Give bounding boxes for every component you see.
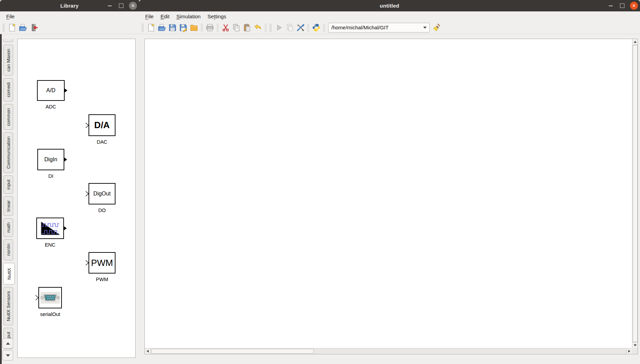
- minimize-button[interactable]: [607, 2, 614, 9]
- library-menubar: File: [0, 11, 139, 21]
- new-file-button[interactable]: [146, 22, 156, 33]
- tab-can-maxon[interactable]: can Maxon: [3, 45, 13, 76]
- encoder-waveform-icon: [39, 220, 61, 236]
- editor-content: [139, 34, 640, 364]
- tab-math[interactable]: math: [3, 218, 13, 237]
- vertical-scroll-thumb[interactable]: [633, 45, 638, 342]
- paste-button[interactable]: [242, 22, 252, 33]
- tab-nonlin[interactable]: nonlin: [3, 239, 13, 260]
- horizontal-scroll-thumb[interactable]: [151, 349, 314, 354]
- maximize-button[interactable]: [118, 2, 124, 9]
- tab-nuttx-sensors[interactable]: NuttX Sensors: [3, 287, 13, 325]
- block-digin[interactable]: DigIn DI: [37, 149, 64, 170]
- undo-arrow-icon: [253, 23, 262, 32]
- menu-item-edit[interactable]: Edit: [157, 12, 173, 20]
- tab-linear[interactable]: linear: [3, 196, 13, 216]
- tab-scroll-down-button[interactable]: [2, 350, 13, 361]
- save-button[interactable]: [167, 22, 178, 33]
- input-port-icon: [85, 260, 89, 266]
- open-folder-blue-icon: [18, 23, 27, 32]
- tab-nuttx[interactable]: NuttX: [3, 263, 15, 285]
- library-window-title: Library: [61, 3, 79, 9]
- open-folder-blue-icon: [157, 23, 166, 32]
- generate-code-button[interactable]: [284, 22, 295, 33]
- floppy-save-icon: [168, 23, 177, 32]
- toolbar-separator: [307, 23, 309, 32]
- menu-item-settings[interactable]: Settings: [204, 12, 230, 20]
- block-rect: PWM: [89, 252, 115, 274]
- copy-button[interactable]: [231, 22, 242, 33]
- block-rect: D/A: [89, 114, 115, 136]
- open-library-button[interactable]: [17, 22, 28, 33]
- print-button[interactable]: [204, 22, 215, 33]
- vertical-scrollbar[interactable]: [632, 39, 638, 348]
- save-as-button[interactable]: [178, 22, 188, 33]
- block-pwm[interactable]: PWM PWM: [89, 252, 115, 274]
- tab-input[interactable]: input: [3, 175, 13, 194]
- new-file-button[interactable]: [7, 22, 17, 33]
- menu-item-file[interactable]: File: [142, 12, 157, 20]
- block-serialout[interactable]: serialOut: [38, 287, 62, 308]
- tab-comedi[interactable]: comedi: [3, 78, 13, 102]
- python-shell-button[interactable]: [311, 22, 322, 33]
- tab-scroll-up-button[interactable]: [2, 338, 13, 348]
- clean-button[interactable]: [431, 22, 442, 33]
- minimize-button[interactable]: [106, 2, 113, 9]
- diagram-canvas[interactable]: [145, 39, 632, 348]
- toolbar-drag-handle[interactable]: [2, 23, 5, 32]
- folder-orange-icon: [189, 23, 198, 32]
- library-toolbar: [0, 21, 139, 34]
- run-button[interactable]: [273, 22, 284, 33]
- output-port-icon: [64, 88, 67, 93]
- maximize-button[interactable]: [619, 2, 625, 9]
- db9-connector-icon: [40, 292, 60, 304]
- block-label: serialOut: [40, 312, 60, 317]
- horizontal-scrollbar[interactable]: [145, 348, 632, 354]
- block-rect: [36, 218, 64, 239]
- input-port-icon: [85, 191, 89, 197]
- close-button[interactable]: ✕: [129, 2, 137, 10]
- block-dac[interactable]: D/A DAC: [89, 114, 115, 136]
- cut-button[interactable]: [220, 22, 231, 33]
- triangle-down-icon: [6, 354, 10, 357]
- working-directory-combobox[interactable]: /home/michal/Michal/GIT: [328, 23, 430, 32]
- scissors-icon: [221, 23, 230, 32]
- menu-item-file[interactable]: File: [3, 12, 18, 20]
- triangle-up-icon: [634, 41, 637, 43]
- tab-common[interactable]: common: [3, 104, 13, 130]
- new-file-icon: [147, 23, 156, 32]
- scroll-left-button[interactable]: [145, 348, 151, 354]
- block-label: ADC: [46, 104, 56, 109]
- quit-button[interactable]: [28, 22, 39, 33]
- block-digout[interactable]: DigOut DO: [89, 183, 115, 204]
- undo-button[interactable]: [252, 22, 263, 33]
- scroll-down-button[interactable]: [632, 342, 638, 348]
- close-button[interactable]: ✕: [630, 2, 638, 10]
- library-titlebar[interactable]: Library ✕: [0, 0, 139, 11]
- tools-button[interactable]: [295, 22, 306, 33]
- library-block-canvas[interactable]: A/D ADC D/A DAC DigIn DI: [17, 39, 136, 358]
- toolbar-drag-handle[interactable]: [269, 23, 272, 32]
- block-adc[interactable]: A/D ADC: [37, 80, 65, 101]
- block-label: DI: [48, 173, 54, 179]
- wrench-screwdriver-icon: [296, 23, 305, 32]
- tab-communication[interactable]: Communication: [3, 132, 13, 173]
- scroll-up-button[interactable]: [632, 39, 638, 45]
- toolbar-separator: [323, 23, 325, 32]
- triangle-up-icon: [6, 342, 10, 345]
- editor-titlebar[interactable]: untitled ✕: [139, 0, 640, 11]
- editor-window: untitled ✕ File Edit Simulation Settings: [139, 0, 640, 364]
- block-label: DO: [98, 208, 106, 213]
- copy-pages-icon: [232, 23, 241, 32]
- play-icon: [275, 23, 284, 32]
- library-window: Library ✕ File can Maxon comedi common C…: [0, 0, 139, 364]
- scroll-right-button[interactable]: [626, 348, 632, 354]
- exit-door-icon: [29, 23, 38, 32]
- menu-item-simulation[interactable]: Simulation: [173, 12, 204, 20]
- block-enc[interactable]: ENC: [36, 218, 64, 239]
- open-button[interactable]: [156, 22, 167, 33]
- toolbar-separator: [201, 23, 203, 32]
- toolbar-drag-handle[interactable]: [141, 23, 144, 32]
- tab-clipped-stub: [3, 39, 13, 42]
- open-folder-button[interactable]: [188, 22, 199, 33]
